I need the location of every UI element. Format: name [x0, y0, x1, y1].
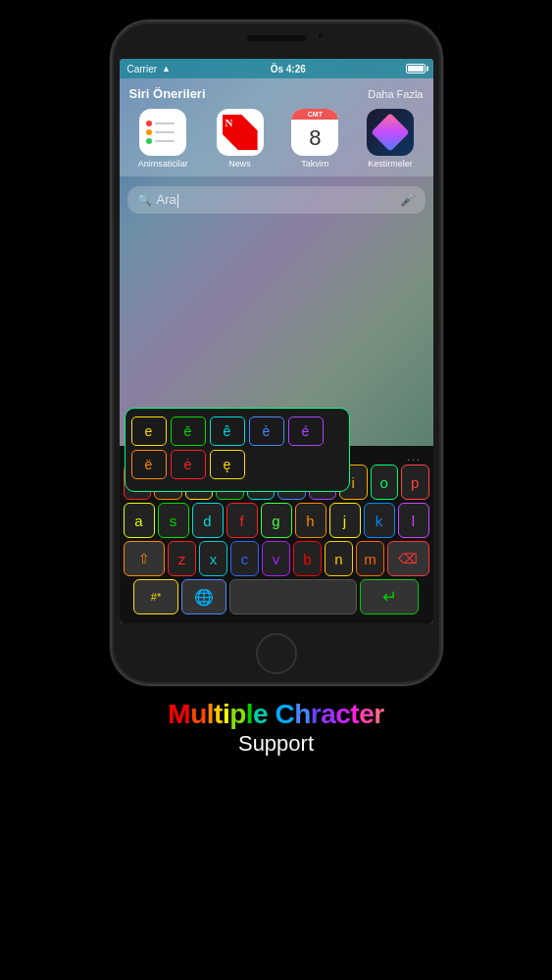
carrier-label: Carrier — [127, 64, 158, 74]
shortcuts-icon — [367, 109, 414, 156]
keyboard-row-2: a s d f g h j k l — [124, 503, 429, 538]
news-icon: N N — [217, 109, 264, 156]
key-m[interactable]: m — [356, 541, 384, 576]
char-popup[interactable]: e ē ê è é ë ė ę — [125, 408, 350, 492]
calendar-icon: CMT 8 — [291, 109, 338, 156]
char-e-grave[interactable]: è — [249, 416, 284, 446]
char-e-ogonek[interactable]: ę — [210, 450, 245, 479]
key-j[interactable]: j — [329, 503, 361, 538]
reminders-label: Animsaticilar — [138, 159, 188, 169]
siri-title: Siri Önerileri — [129, 86, 206, 101]
search-icon: 🔍 — [137, 193, 152, 207]
wifi-icon: ▲ — [162, 64, 171, 74]
bottom-title: Multiple Chracter — [168, 698, 383, 731]
char-e-acute[interactable]: é — [288, 416, 324, 446]
siri-more-button[interactable]: Daha Fazla — [368, 88, 423, 100]
silent-button — [110, 120, 112, 149]
power-button — [441, 139, 443, 188]
key-z[interactable]: z — [168, 541, 196, 576]
key-space[interactable] — [229, 579, 357, 614]
key-l[interactable]: l — [398, 503, 429, 538]
battery-icon — [406, 64, 426, 74]
char-e-uml[interactable]: ë — [131, 450, 167, 479]
app-item-reminders[interactable]: Animsaticilar — [138, 109, 188, 169]
key-globe[interactable]: 🌐 — [181, 579, 226, 614]
siri-suggestions-panel: Siri Önerileri Daha Fazla — [120, 78, 433, 176]
key-c[interactable]: c — [230, 541, 259, 576]
char-e-dot[interactable]: ė — [171, 450, 206, 479]
key-h[interactable]: h — [295, 503, 326, 538]
phone-speaker — [247, 35, 306, 41]
calendar-day-label: CMT — [291, 109, 338, 120]
search-bar[interactable]: 🔍 Ara 🎤 — [127, 186, 426, 214]
key-delete[interactable]: ⌫ — [387, 541, 429, 576]
char-e-plain[interactable]: e — [131, 416, 167, 446]
phone-shell: Carrier ▲ Ös 4:26 Siri Önerileri Daha Fa… — [110, 20, 443, 686]
key-x[interactable]: x — [199, 541, 227, 576]
char-e-circ[interactable]: ê — [210, 416, 245, 446]
app-item-calendar[interactable]: CMT 8 Takvim — [291, 109, 338, 169]
phone-camera — [317, 31, 325, 39]
app-item-news[interactable]: N N News — [217, 109, 264, 169]
phone-screen: Carrier ▲ Ös 4:26 Siri Önerileri Daha Fa… — [120, 59, 433, 623]
key-g[interactable]: g — [261, 503, 292, 538]
key-d[interactable]: d — [192, 503, 224, 538]
key-s[interactable]: s — [158, 503, 189, 538]
status-time: Ös 4:26 — [271, 64, 306, 74]
key-f[interactable]: f — [226, 503, 258, 538]
shortcuts-diamond-shape — [371, 113, 410, 152]
key-symbols[interactable]: #* — [133, 579, 178, 614]
char-popup-row-2: ë ė ę — [131, 450, 343, 479]
char-popup-row-1: e ē ê è é — [131, 416, 343, 446]
search-input-text[interactable]: Ara — [157, 192, 400, 208]
keyboard-row-3: ⇧ z x c v b n m ⌫ — [124, 541, 429, 576]
key-v[interactable]: v — [262, 541, 290, 576]
key-shift[interactable]: ⇧ — [124, 541, 166, 576]
keyboard-area: e ē ê è é ë ė ę ... q — [120, 408, 433, 623]
key-a[interactable]: a — [124, 503, 155, 538]
key-k[interactable]: k — [364, 503, 395, 538]
key-o[interactable]: o — [371, 465, 399, 500]
reminders-icon — [139, 109, 186, 156]
siri-apps-list: Animsaticilar N N News CMT — [129, 109, 424, 169]
app-item-shortcuts[interactable]: Kestirmeler — [367, 109, 414, 169]
volume-down-button — [110, 213, 112, 252]
keyboard-dots: ... — [407, 452, 421, 463]
bottom-subtitle: Support — [168, 731, 383, 757]
status-bar: Carrier ▲ Ös 4:26 — [120, 59, 433, 78]
calendar-date-number: 8 — [309, 125, 321, 151]
key-p[interactable]: p — [401, 465, 429, 500]
key-b[interactable]: b — [293, 541, 322, 576]
keyboard-row-4: #* 🌐 ↵ — [124, 579, 429, 614]
key-return[interactable]: ↵ — [360, 579, 419, 614]
key-n[interactable]: n — [325, 541, 353, 576]
shortcuts-label: Kestirmeler — [368, 159, 413, 169]
siri-header: Siri Önerileri Daha Fazla — [129, 86, 424, 101]
news-label: News — [228, 159, 251, 169]
microphone-icon[interactable]: 🎤 — [400, 192, 416, 207]
calendar-label: Takvim — [301, 159, 328, 169]
volume-up-button — [110, 164, 112, 203]
home-button[interactable] — [256, 633, 297, 674]
bottom-text-area: Multiple Chracter Support — [168, 698, 383, 757]
char-e-macron[interactable]: ē — [171, 416, 206, 446]
